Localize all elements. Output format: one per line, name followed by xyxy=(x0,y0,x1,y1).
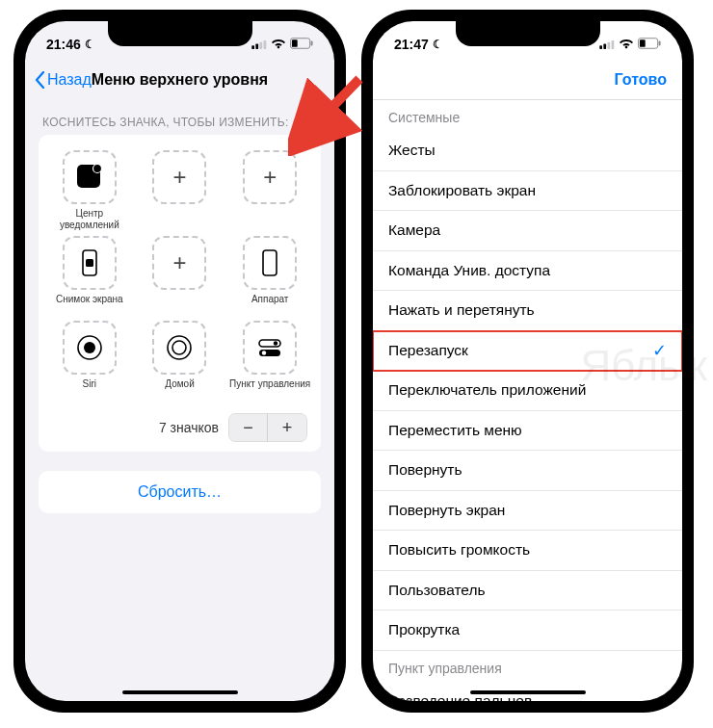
menu-slot-4[interactable]: + xyxy=(137,236,224,315)
item-label: Повернуть xyxy=(388,461,462,479)
empty-plus-icon[interactable]: + xyxy=(243,150,297,204)
home-indicator[interactable] xyxy=(470,690,586,694)
slot-label: Домой xyxy=(165,378,194,400)
list-item[interactable]: Жесты xyxy=(373,131,682,171)
slot-label: Снимок экрана xyxy=(56,294,123,315)
svg-rect-3 xyxy=(264,40,267,49)
signal-icon xyxy=(599,37,615,52)
empty-plus-icon[interactable]: + xyxy=(152,150,206,204)
svg-point-13 xyxy=(84,342,95,353)
menu-slot-2[interactable]: + xyxy=(226,150,313,230)
stepper-plus[interactable]: + xyxy=(268,414,306,441)
notification-center-icon[interactable] xyxy=(63,150,117,204)
svg-point-14 xyxy=(168,336,191,359)
list-item[interactable]: Повысить громкость xyxy=(373,531,682,571)
list-item[interactable]: Перезапуск✓ xyxy=(373,331,682,372)
slot-label: Пункт управления xyxy=(229,378,310,400)
wifi-icon xyxy=(271,37,286,52)
svg-rect-6 xyxy=(311,41,313,46)
menu-slot-5[interactable]: Аппарат xyxy=(226,236,313,315)
menu-slot-3[interactable]: Снимок экрана xyxy=(46,236,133,315)
instruction-label: КОСНИТЕСЬ ЗНАЧКА, ЧТОБЫ ИЗМЕНИТЬ: xyxy=(25,100,334,135)
slot-label: Центр уведомлений xyxy=(46,208,133,230)
dnd-icon: ☾ xyxy=(85,38,95,51)
item-label: Прокрутка xyxy=(388,621,460,638)
list-item[interactable]: Пользователь xyxy=(373,571,682,611)
battery-icon xyxy=(638,37,661,52)
svg-rect-2 xyxy=(259,42,262,49)
svg-rect-26 xyxy=(640,39,646,47)
item-label: Заблокировать экран xyxy=(388,182,536,199)
done-button[interactable]: Готово xyxy=(615,71,667,89)
battery-icon xyxy=(290,37,313,52)
stepper-minus[interactable]: − xyxy=(229,414,268,441)
list-item[interactable]: Команда Унив. доступа xyxy=(373,251,682,292)
count-label: 7 значков xyxy=(159,420,219,435)
back-button[interactable]: Назад xyxy=(35,71,92,89)
notch xyxy=(108,21,252,46)
signal-icon xyxy=(251,37,267,52)
home-icon[interactable] xyxy=(152,321,206,375)
item-label: Камера xyxy=(388,221,440,239)
empty-plus-icon[interactable]: + xyxy=(152,236,206,290)
svg-point-17 xyxy=(274,341,277,345)
list-item[interactable]: Переместить меню xyxy=(373,411,682,452)
menu-slot-7[interactable]: Домой xyxy=(137,321,224,400)
dnd-icon: ☾ xyxy=(433,38,443,51)
item-label: Команда Унив. доступа xyxy=(388,262,550,279)
item-label: Пользователь xyxy=(388,582,486,599)
svg-rect-27 xyxy=(659,41,661,46)
navbar: Готово xyxy=(373,60,682,100)
list-item[interactable]: Прокрутка xyxy=(373,611,682,651)
svg-rect-22 xyxy=(603,44,606,49)
item-label: Перезапуск xyxy=(388,342,468,359)
item-label: Повысить громкость xyxy=(388,541,530,559)
device-icon[interactable] xyxy=(243,236,297,290)
icons-card: Центр уведомлений++Снимок экрана+Аппарат… xyxy=(39,135,321,452)
status-time: 21:47 xyxy=(394,37,429,52)
screenshot-icon[interactable] xyxy=(63,236,117,290)
svg-point-8 xyxy=(92,165,101,173)
home-indicator[interactable] xyxy=(122,690,238,694)
svg-point-19 xyxy=(262,351,266,354)
checkmark-icon: ✓ xyxy=(652,340,667,361)
svg-point-15 xyxy=(172,341,186,354)
item-label: Жесты xyxy=(388,142,436,159)
menu-slot-8[interactable]: Пункт управления xyxy=(226,321,313,400)
control-center-icon[interactable] xyxy=(243,321,297,375)
svg-rect-21 xyxy=(599,45,602,49)
slot-label: Аппарат xyxy=(251,294,289,315)
section-header: Пункт управления xyxy=(373,651,682,682)
notch xyxy=(456,21,600,46)
phone-right: 21:47 ☾ Готово Систем xyxy=(361,10,694,713)
navbar: Назад Меню верхнего уровня xyxy=(25,60,334,100)
list-item[interactable]: Камера xyxy=(373,211,682,251)
menu-slot-1[interactable]: + xyxy=(137,150,224,230)
reset-button[interactable]: Сбросить… xyxy=(39,471,321,513)
svg-rect-5 xyxy=(292,39,298,47)
list-item[interactable]: Нажать и перетянуть xyxy=(373,291,682,331)
item-label: Переключатель приложений xyxy=(388,381,586,399)
svg-rect-1 xyxy=(255,44,258,49)
phone-left: 21:46 ☾ Назад xyxy=(13,10,346,713)
item-label: Повернуть экран xyxy=(388,502,505,519)
svg-rect-0 xyxy=(251,45,254,49)
svg-rect-11 xyxy=(263,250,277,275)
slot-label: Siri xyxy=(83,378,96,400)
status-time: 21:46 xyxy=(46,37,81,52)
list-item[interactable]: Заблокировать экран xyxy=(373,171,682,212)
svg-rect-24 xyxy=(612,40,615,49)
wifi-icon xyxy=(619,37,634,52)
siri-icon[interactable] xyxy=(63,321,117,375)
menu-slot-0[interactable]: Центр уведомлений xyxy=(46,150,133,230)
item-label: Переместить меню xyxy=(388,422,522,439)
svg-rect-10 xyxy=(86,259,93,267)
list-item[interactable]: Повернуть экран xyxy=(373,491,682,532)
count-stepper: − + xyxy=(228,413,307,442)
list-item[interactable]: Переключатель приложений xyxy=(373,371,682,411)
svg-rect-23 xyxy=(607,42,610,49)
item-label: Нажать и перетянуть xyxy=(388,301,535,319)
section-header: Системные xyxy=(373,100,682,131)
menu-slot-6[interactable]: Siri xyxy=(46,321,133,400)
list-item[interactable]: Повернуть xyxy=(373,451,682,491)
